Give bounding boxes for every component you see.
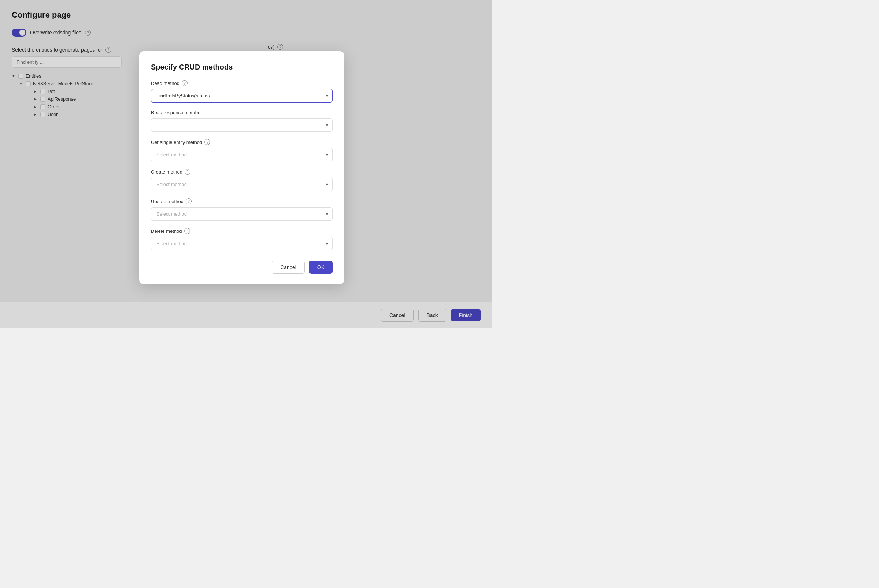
get-single-entity-group: Get single entity method ? Select method…	[151, 139, 332, 162]
read-method-group: Read method ? FindPetsByStatus(status) ▾	[151, 80, 332, 102]
create-method-help-icon[interactable]: ?	[185, 169, 191, 175]
update-method-select-wrapper: Select method ▾	[151, 207, 332, 221]
delete-method-group: Delete method ? Select method ▾	[151, 228, 332, 250]
ok-button[interactable]: OK	[309, 261, 332, 274]
get-single-entity-label: Get single entity method ?	[151, 139, 332, 145]
read-method-help-icon[interactable]: ?	[182, 80, 188, 86]
read-response-member-group: Read response member ▾	[151, 110, 332, 132]
crud-methods-modal: Specify CRUD methods Read method ? FindP…	[139, 51, 344, 284]
modal-title: Specify CRUD methods	[151, 63, 332, 71]
read-response-member-select[interactable]	[151, 118, 332, 132]
create-method-select-wrapper: Select method ▾	[151, 178, 332, 191]
read-method-label: Read method ?	[151, 80, 332, 86]
update-method-label: Update method ?	[151, 198, 332, 204]
read-method-select-wrapper: FindPetsByStatus(status) ▾	[151, 89, 332, 102]
read-response-member-select-wrapper: ▾	[151, 118, 332, 132]
delete-method-select-wrapper: Select method ▾	[151, 237, 332, 250]
get-single-entity-help-icon[interactable]: ?	[204, 139, 210, 145]
update-method-help-icon[interactable]: ?	[186, 198, 192, 204]
get-single-entity-select[interactable]: Select method	[151, 148, 332, 162]
read-response-member-label: Read response member	[151, 110, 332, 116]
cancel-button[interactable]: Cancel	[272, 261, 305, 274]
delete-method-label: Delete method ?	[151, 228, 332, 234]
create-method-label: Create method ?	[151, 169, 332, 175]
create-method-group: Create method ? Select method ▾	[151, 169, 332, 191]
modal-footer: Cancel OK	[151, 261, 332, 274]
create-method-select[interactable]: Select method	[151, 178, 332, 191]
get-single-entity-select-wrapper: Select method ▾	[151, 148, 332, 162]
read-method-select[interactable]: FindPetsByStatus(status)	[151, 89, 332, 102]
delete-method-select[interactable]: Select method	[151, 237, 332, 250]
update-method-group: Update method ? Select method ▾	[151, 198, 332, 221]
update-method-select[interactable]: Select method	[151, 207, 332, 221]
delete-method-help-icon[interactable]: ?	[184, 228, 190, 234]
